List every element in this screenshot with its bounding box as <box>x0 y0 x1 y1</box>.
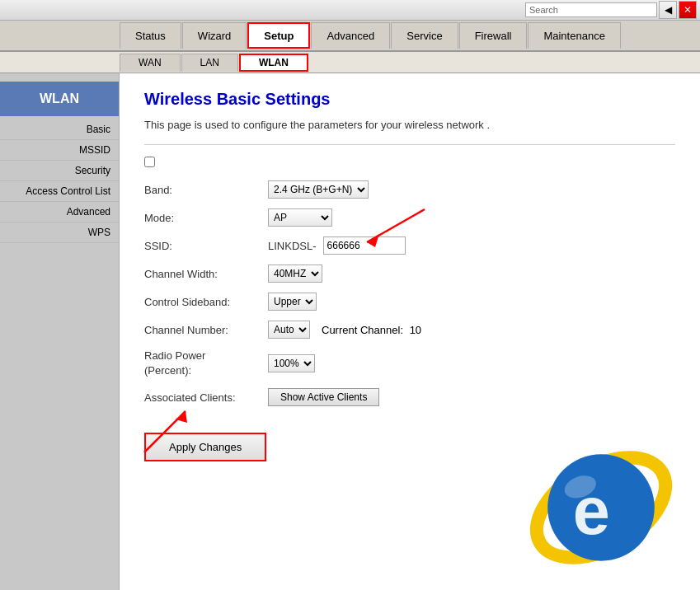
arrow-wlan <box>284 73 449 86</box>
mode-label: Mode: <box>144 212 268 224</box>
tab-status[interactable]: Status <box>120 22 181 49</box>
sidebar-item-acl[interactable]: Access Control List <box>0 181 119 202</box>
band-label: Band: <box>144 184 268 196</box>
control-sideband-control: Upper Lower <box>268 293 317 311</box>
channel-width-select[interactable]: 40MHZ 20MHZ <box>268 265 322 283</box>
tab-wizard[interactable]: Wizard <box>182 22 247 49</box>
channel-width-row: Channel Width: 40MHZ 20MHZ <box>144 265 675 283</box>
tab-service[interactable]: Service <box>391 22 458 49</box>
sidebar-item-basic[interactable]: Basic <box>0 119 119 140</box>
apply-changes-button[interactable]: Apply Changes <box>144 433 266 461</box>
channel-width-label: Channel Width: <box>144 268 268 280</box>
radio-power-row: Radio Power(Percent): 100% 75% 50% 25% <box>144 349 675 378</box>
current-channel-label: Current Channel: 10 <box>322 324 421 336</box>
ssid-control: LINKDSL- <box>268 236 406 255</box>
page-description: This page is used to configure the param… <box>144 119 675 131</box>
band-control: 2.4 GHz (B+G+N) 2.4 GHz (B+G) 2.4 GHz (B… <box>268 180 369 199</box>
page-title: Wireless Basic Settings <box>144 90 675 109</box>
content-area: Wireless Basic Settings This page is use… <box>120 73 700 590</box>
sidebar-item-wps[interactable]: WPS <box>0 222 119 243</box>
sidebar-item-security[interactable]: Security <box>0 161 119 181</box>
subtab-wlan[interactable]: WLAN <box>239 54 308 72</box>
radio-power-label: Radio Power(Percent): <box>144 349 268 378</box>
ssid-prefix: LINKDSL- <box>268 240 317 252</box>
control-sideband-row: Control Sideband: Upper Lower <box>144 293 675 311</box>
back-button[interactable]: ◀ <box>659 1 677 19</box>
sidebar-item-advanced[interactable]: Advanced <box>0 202 119 222</box>
associated-clients-label: Associated Clients: <box>144 391 268 404</box>
channel-number-row: Channel Number: Auto 1234 5678 91011 Cur… <box>144 321 675 339</box>
search-label: Search <box>529 5 558 15</box>
tab-firewall[interactable]: Firewall <box>459 22 528 49</box>
main-layout: WLAN Basic MSSID Security Access Control… <box>0 73 700 590</box>
main-nav: Status Wizard Setup Advanced Service Fir… <box>0 21 700 52</box>
channel-width-control: 40MHZ 20MHZ <box>268 265 322 283</box>
radio-power-control: 100% 75% 50% 25% <box>268 354 315 372</box>
mode-select[interactable]: AP Client WDS AP+WDS <box>268 208 332 227</box>
tab-advanced[interactable]: Advanced <box>311 22 390 49</box>
ssid-row: SSID: LINKDSL- <box>144 236 675 255</box>
sidebar-title: WLAN <box>0 82 119 116</box>
current-channel-value: 10 <box>410 324 421 336</box>
divider <box>144 144 675 145</box>
tab-setup[interactable]: Setup <box>247 22 310 49</box>
ssid-label: SSID: <box>144 240 268 252</box>
sub-nav: WAN LAN WLAN <box>0 52 700 73</box>
associated-clients-row: Associated Clients: Show Active Clients <box>144 388 675 406</box>
subtab-wan[interactable]: WAN <box>120 54 181 72</box>
control-sideband-label: Control Sideband: <box>144 296 268 308</box>
tab-maintenance[interactable]: Maintenance <box>528 22 620 49</box>
channel-number-control: Auto 1234 5678 91011 Current Channel: 10 <box>268 321 421 339</box>
ie-logo: e <box>527 433 675 582</box>
channel-number-select[interactable]: Auto 1234 5678 91011 <box>268 321 310 339</box>
browser-bar: Search ◀ ✕ <box>0 0 700 21</box>
channel-number-label: Channel Number: <box>144 324 268 336</box>
search-box[interactable]: Search <box>525 2 657 17</box>
radio-power-select[interactable]: 100% 75% 50% 25% <box>268 354 315 372</box>
disable-row <box>144 157 675 167</box>
sidebar: WLAN Basic MSSID Security Access Control… <box>0 73 120 590</box>
sidebar-item-mssid[interactable]: MSSID <box>0 140 119 161</box>
mode-control: AP Client WDS AP+WDS <box>268 208 332 227</box>
subtab-lan[interactable]: LAN <box>181 54 238 72</box>
control-sideband-select[interactable]: Upper Lower <box>268 293 317 311</box>
band-row: Band: 2.4 GHz (B+G+N) 2.4 GHz (B+G) 2.4 … <box>144 180 675 199</box>
show-clients-button[interactable]: Show Active Clients <box>268 388 379 406</box>
mode-row: Mode: AP Client WDS AP+WDS <box>144 208 675 227</box>
band-select[interactable]: 2.4 GHz (B+G+N) 2.4 GHz (B+G) 2.4 GHz (B… <box>268 180 369 199</box>
close-button[interactable]: ✕ <box>679 1 697 19</box>
associated-clients-control: Show Active Clients <box>268 388 379 406</box>
ssid-input[interactable] <box>323 236 406 255</box>
disable-wlan-checkbox[interactable] <box>144 157 155 167</box>
